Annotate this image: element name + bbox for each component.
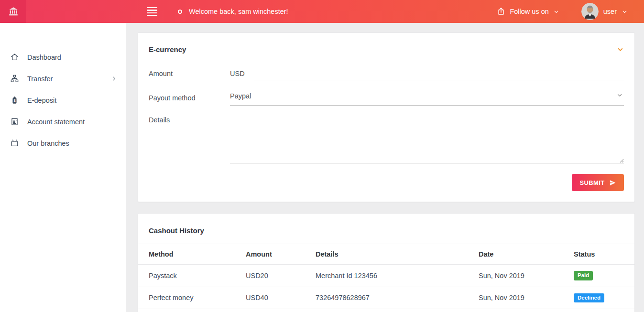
sidebar-nav: Dashboard Transfer $ E-deposit (0, 23, 126, 312)
status-badge: Paid (574, 271, 593, 280)
table-header-row: Method Amount Details Date Status (138, 244, 634, 265)
sidebar-toggle-button[interactable] (147, 7, 157, 16)
app-logo[interactable] (0, 0, 26, 23)
sidebar-item-label: Transfer (27, 75, 53, 83)
cell-details: 73264978628967 (316, 287, 479, 309)
chevron-right-icon (111, 75, 117, 82)
top-header: Welcome back, sam winchester! Follow us … (0, 0, 644, 23)
user-name-label: user (603, 8, 617, 15)
welcome-text: Welcome back, sam winchester! (189, 8, 288, 15)
column-header-status: Status (574, 244, 634, 265)
sidebar-item-label: Our branches (27, 140, 69, 147)
cell-method: Paystack (138, 265, 246, 287)
cashout-table: Method Amount Details Date Status Paysta… (138, 244, 634, 309)
amount-label: Amount (149, 70, 230, 77)
payout-method-select[interactable]: Paypal (230, 90, 624, 106)
cell-amount: USD20 (246, 265, 316, 287)
sidebar-item-label: E-deposit (27, 97, 56, 104)
ecurrency-card: E-currency Amount USD Payout method Payp… (138, 32, 635, 202)
submit-button-label: SUBMIT (579, 179, 604, 186)
follow-us-label: Follow us on (510, 8, 548, 15)
welcome-message: Welcome back, sam winchester! (178, 8, 288, 15)
submit-button[interactable]: SUBMIT (572, 174, 624, 191)
collapse-chevron-icon[interactable] (617, 46, 624, 53)
cell-details: Merchant Id 123456 (316, 265, 479, 287)
chevron-down-icon (553, 9, 559, 15)
table-row: Paystack USD20 Merchant Id 123456 Sun, N… (138, 265, 634, 287)
amount-input[interactable] (254, 67, 624, 80)
sidebar-item-dashboard[interactable]: Dashboard (0, 46, 126, 68)
header-right-group: Follow us on user (497, 3, 644, 20)
sitemap-icon (10, 74, 19, 83)
ecurrency-card-title: E-currency (149, 45, 186, 54)
column-header-details: Details (316, 244, 479, 265)
table-row: Perfect money USD40 73264978628967 Sun, … (138, 287, 634, 309)
cashout-history-card: Cashout History Method Amount Details Da… (138, 213, 635, 312)
column-header-method: Method (138, 244, 246, 265)
sidebar-item-edeposit[interactable]: $ E-deposit (0, 89, 126, 111)
bank-building-icon (8, 6, 19, 17)
cell-date: Sun, Nov 2019 (479, 265, 574, 287)
main-content: E-currency Amount USD Payout method Payp… (127, 23, 644, 312)
cell-method: Perfect money (138, 287, 246, 309)
chevron-down-icon (616, 92, 623, 100)
details-label: Details (149, 115, 230, 124)
document-icon (10, 117, 19, 126)
paper-plane-icon (609, 179, 616, 186)
ecurrency-form: Amount USD Payout method Paypal Details (149, 67, 624, 191)
status-badge: Declined (574, 293, 604, 303)
column-header-amount: Amount (246, 244, 316, 265)
price-tag-dollar-icon: $ (10, 96, 19, 105)
share-upload-icon (497, 7, 505, 16)
user-menu[interactable]: user (581, 3, 628, 20)
sidebar-item-label: Dashboard (27, 54, 61, 61)
payout-method-value: Paypal (230, 92, 251, 100)
tv-icon (10, 139, 19, 148)
sidebar-item-our-branches[interactable]: Our branches (0, 132, 126, 154)
avatar (581, 3, 599, 20)
sidebar-item-account-statement[interactable]: Account statement (0, 111, 126, 132)
payout-method-label: Payout method (149, 94, 230, 102)
cell-amount: USD40 (246, 287, 316, 309)
sidebar-item-transfer[interactable]: Transfer (0, 68, 126, 89)
home-icon (10, 53, 19, 62)
currency-prefix: USD (230, 70, 245, 80)
hamburger-menu-icon (147, 7, 157, 8)
cell-date: Sun, Nov 2019 (479, 287, 574, 309)
cashout-card-title: Cashout History (138, 214, 634, 244)
circle-outline-icon (178, 10, 182, 14)
follow-us-dropdown[interactable]: Follow us on (497, 7, 559, 16)
details-textarea[interactable] (230, 115, 624, 163)
chevron-down-icon (622, 9, 628, 15)
column-header-date: Date (479, 244, 574, 265)
sidebar-item-label: Account statement (27, 118, 85, 126)
